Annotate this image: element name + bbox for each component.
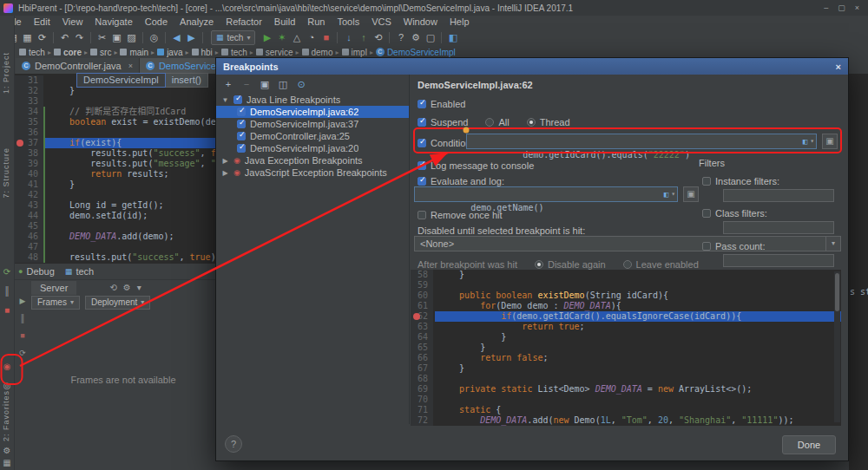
tree-item-demoserviceimpl-20[interactable]: DemoServiceImpl.java:20	[216, 142, 409, 154]
tree-item-demoserviceimpl-37[interactable]: DemoServiceImpl.java:37	[216, 118, 409, 130]
cut-icon[interactable]: ✂	[95, 29, 109, 45]
view-breakpoints-icon[interactable]: ◉	[1, 362, 13, 371]
tree-group-java-line-breakpoints[interactable]: ▼ Java Line Breakpoints	[216, 94, 409, 106]
dependent-breakpoint-select[interactable]: <None> ▾	[414, 236, 841, 251]
stripe-favorites-tab[interactable]: 2: Favorites	[2, 390, 10, 441]
breakpoint-checkbox[interactable]	[237, 144, 246, 153]
expression-type-icon[interactable]: ◧	[803, 134, 807, 148]
condition-checkbox[interactable]	[418, 139, 426, 147]
run-configuration-select[interactable]: ▦ tech ▾	[211, 30, 255, 45]
close-tab-icon[interactable]: ×	[128, 62, 133, 70]
expand-condition-button[interactable]: ▣	[822, 134, 838, 149]
revert-icon[interactable]: ⟲	[371, 29, 385, 45]
tree-group-java-exception-breakpoints[interactable]: ▶ ◉ Java Exception Breakpoints	[216, 154, 409, 166]
menu-code[interactable]: Code	[139, 16, 174, 27]
chevron-down-icon[interactable]: ▾	[825, 237, 840, 251]
condition-input[interactable]: demo.getIdCard().equals("22222") ◧ ▾	[466, 134, 817, 149]
help-button[interactable]: ?	[225, 435, 242, 453]
menu-analyze[interactable]: Analyze	[174, 16, 220, 27]
breadcrumb-java[interactable]: java	[157, 48, 182, 57]
remove-breakpoint-icon[interactable]: −	[241, 75, 252, 93]
menu-edit[interactable]: Edit	[28, 16, 56, 27]
settings-icon[interactable]: ⚙	[408, 29, 423, 45]
evaluate-input[interactable]: demo.getName() ◧ ▾	[414, 186, 678, 202]
menu-vcs[interactable]: VCS	[365, 16, 398, 27]
synchronize-icon[interactable]: ⟳	[35, 29, 49, 45]
add-breakpoint-icon[interactable]: +	[223, 75, 233, 93]
stripe-project-tab[interactable]: 1: Project	[2, 52, 10, 94]
vcs-update-icon[interactable]: ↓	[341, 29, 356, 45]
rerun-icon[interactable]: ⟳	[1, 267, 13, 277]
suspend-all-radio[interactable]	[485, 118, 494, 127]
popup-method-name[interactable]: insert()	[166, 73, 208, 88]
class-filters-checkbox[interactable]	[702, 209, 711, 218]
minimize-button[interactable]: –	[824, 3, 828, 12]
pass-count-input[interactable]	[723, 254, 834, 267]
debug-tab[interactable]: ● Debug	[18, 266, 55, 277]
expand-arrow-icon[interactable]: ▶	[221, 169, 229, 177]
group-by-icon[interactable]: ▣	[260, 75, 270, 93]
pause-icon[interactable]: ║	[16, 314, 29, 323]
sort-icon[interactable]: ⊙	[296, 75, 306, 93]
back-arrow-icon[interactable]: ◀	[169, 29, 184, 45]
find-icon[interactable]: ◎	[147, 29, 161, 45]
redo-icon[interactable]: ↷	[72, 29, 87, 45]
menu-navigate[interactable]: Navigate	[89, 16, 138, 27]
restore-layout-icon[interactable]: ⟲	[109, 283, 116, 292]
run-icon[interactable]: ▶	[260, 29, 274, 45]
breakpoint-checkbox[interactable]	[237, 108, 246, 116]
menu-window[interactable]: Window	[398, 16, 444, 27]
breadcrumb-src[interactable]: src	[90, 48, 111, 57]
expand-arrow-icon[interactable]: ▶	[221, 157, 229, 165]
debug-icon[interactable]: ✶	[274, 29, 289, 45]
breadcrumb-impl[interactable]: impl	[342, 48, 367, 57]
debug-session-tab[interactable]: ▦ tech	[65, 266, 94, 277]
class-filters-input[interactable]	[723, 221, 834, 234]
tab-democontroller[interactable]: C DemoController.java ×	[16, 58, 140, 74]
breadcrumb-tech[interactable]: tech	[19, 48, 45, 57]
maximize-button[interactable]: ▢	[838, 3, 845, 12]
mute-breakpoints-icon[interactable]: ◎	[1, 381, 13, 390]
stop-icon[interactable]: ■	[1, 305, 13, 315]
scrollbar-thumb[interactable]	[835, 273, 839, 311]
vcs-commit-icon[interactable]: ↑	[356, 29, 371, 45]
deployment-dropdown[interactable]: Deployment ▾	[85, 296, 150, 310]
breadcrumb-demoserviceimpl[interactable]: CDemoServiceImpl	[376, 48, 456, 57]
breadcrumb-main[interactable]: main	[120, 48, 148, 57]
close-button[interactable]: ×	[855, 3, 859, 12]
forward-arrow-icon[interactable]: ▶	[184, 29, 199, 45]
frames-dropdown[interactable]: Frames ▾	[31, 296, 80, 310]
dialog-title-bar[interactable]: Breakpoints ×	[216, 58, 848, 75]
instance-filters-checkbox[interactable]	[702, 177, 711, 186]
tree-item-democontroller-25[interactable]: DemoController.java:25	[216, 130, 409, 142]
breadcrumb-tech[interactable]: tech	[221, 48, 247, 57]
instance-filters-input[interactable]	[723, 189, 834, 202]
done-button[interactable]: Done	[782, 435, 836, 454]
collapse-arrow-icon[interactable]: ▼	[221, 96, 229, 104]
history-dropdown-icon[interactable]: ▾	[810, 134, 814, 148]
tree-group-javascript-exception-breakpoints[interactable]: ▶ ◉ JavaScript Exception Breakpoints	[216, 166, 409, 179]
coverage-icon[interactable]: △	[289, 29, 304, 45]
scrollbar[interactable]	[834, 271, 840, 422]
help-icon[interactable]: ?	[393, 29, 408, 45]
undo-icon[interactable]: ↶	[57, 29, 72, 45]
settings-icon[interactable]: ⚙	[1, 446, 13, 455]
stop-debug-icon[interactable]: ■	[16, 331, 29, 340]
group-checkbox[interactable]	[233, 95, 242, 104]
stripe-structure-tab[interactable]: 7: Structure	[2, 147, 10, 199]
maximize-icon[interactable]: ▢	[423, 29, 437, 45]
breadcrumb-service[interactable]: service	[256, 48, 293, 57]
expression-type-icon[interactable]: ◧	[664, 187, 668, 201]
paste-icon[interactable]: ▨	[124, 29, 139, 45]
leave-enabled-radio[interactable]	[623, 260, 632, 269]
breakpoint-gutter[interactable]: 37	[14, 138, 43, 148]
tree-item-demoserviceimpl-62[interactable]: DemoServiceImpl.java:62	[216, 106, 409, 118]
breakpoint-checkbox[interactable]	[237, 132, 246, 140]
breakpoint-checkbox[interactable]	[237, 120, 246, 128]
menu-tools[interactable]: Tools	[331, 16, 365, 27]
history-dropdown-icon[interactable]: ▾	[671, 187, 675, 201]
breadcrumb-core[interactable]: core	[54, 48, 82, 57]
evaluate-checkbox[interactable]	[418, 177, 426, 186]
save-all-icon[interactable]: ▦	[20, 29, 35, 45]
breakpoint-gutter[interactable]: 62	[411, 311, 433, 322]
